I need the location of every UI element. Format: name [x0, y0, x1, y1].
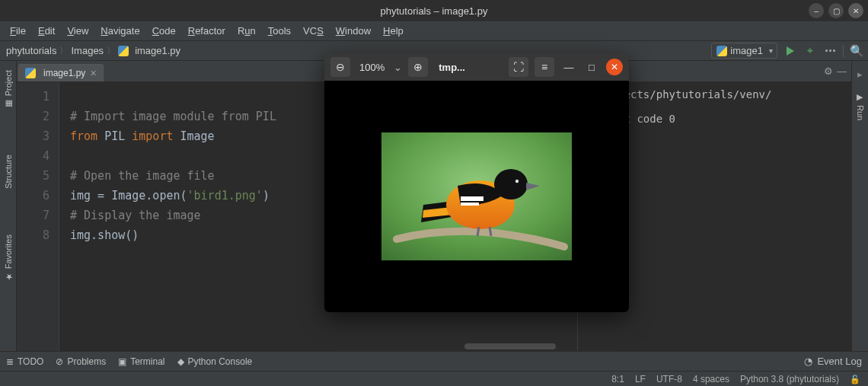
python-file-icon	[118, 46, 129, 56]
indent-setting[interactable]: 4 spaces	[693, 374, 729, 384]
python-interpreter[interactable]: Python 3.8 (phytutorials)	[740, 374, 839, 384]
favorites-tool-button[interactable]: ★Favorites	[3, 234, 13, 282]
menu-window[interactable]: Window	[330, 24, 376, 38]
menu-bar: File Edit View Navigate Code Refactor Ru…	[0, 21, 868, 41]
svg-rect-3	[461, 203, 479, 206]
minimize-button[interactable]: –	[809, 3, 824, 18]
menu-view[interactable]: View	[62, 24, 94, 38]
play-icon	[787, 46, 794, 56]
zoom-out-button[interactable]: ⊖	[330, 57, 350, 77]
viewer-canvas[interactable]	[324, 81, 629, 312]
zoom-level[interactable]: 100%	[356, 62, 388, 73]
menu-file[interactable]: File	[5, 24, 31, 38]
close-button[interactable]: ✕	[848, 3, 863, 18]
svg-point-4	[494, 169, 528, 199]
python-file-icon	[25, 68, 36, 78]
svg-rect-2	[461, 196, 483, 201]
zoom-in-button[interactable]: ⊕	[408, 57, 428, 77]
line-separator[interactable]: LF	[635, 374, 646, 384]
cursor-position[interactable]: 8:1	[611, 374, 624, 384]
menu-vcs[interactable]: VCS	[298, 24, 329, 38]
run-config-label: image1	[730, 45, 763, 56]
run-config-dropdown[interactable]: image1	[711, 43, 777, 59]
viewer-minimize-button[interactable]: —	[560, 59, 577, 75]
search-everywhere-button[interactable]: 🔍	[850, 44, 863, 58]
menu-edit[interactable]: Edit	[33, 24, 60, 38]
chevron-right-icon: 〉	[59, 45, 68, 56]
editor-tab-image1[interactable]: image1.py ✕	[18, 64, 104, 81]
file-encoding[interactable]: UTF-8	[656, 374, 682, 384]
svg-point-5	[515, 180, 519, 183]
menu-run[interactable]: Run	[232, 24, 261, 38]
project-tool-button[interactable]: ▦Project	[3, 70, 13, 109]
python-icon: ◆	[177, 356, 184, 367]
debug-button[interactable]: ⌖	[803, 44, 817, 58]
fit-icon: ⛶	[513, 61, 524, 73]
close-tab-icon[interactable]: ✕	[90, 69, 97, 78]
menu-navigate[interactable]: Navigate	[95, 24, 145, 38]
event-log-icon: ◔	[804, 356, 812, 367]
python-console-tool-button[interactable]: ◆Python Console	[177, 356, 253, 367]
lock-icon[interactable]	[850, 374, 860, 384]
problems-tool-button[interactable]: ⊘Problems	[56, 356, 106, 367]
menu-help[interactable]: Help	[378, 24, 409, 38]
bottom-toolbar: ≣TODO ⊘Problems ▣Terminal ◆Python Consol…	[0, 351, 868, 371]
window-titlebar: phytutorials – image1.py – ▢ ✕	[0, 0, 868, 21]
viewer-close-button[interactable]: ✕	[606, 59, 623, 75]
code-content[interactable]: # Import image module from PIL from PIL …	[59, 82, 276, 365]
tab-options-gear-icon[interactable]: ⚙	[824, 65, 833, 77]
terminal-tool-button[interactable]: ▣Terminal	[118, 356, 164, 367]
structure-tool-button[interactable]: Structure	[4, 155, 13, 189]
chevron-right-icon: 〉	[107, 45, 115, 56]
status-bar: 8:1 LF UTF-8 4 spaces Python 3.8 (phytut…	[0, 371, 868, 386]
python-icon	[716, 46, 727, 56]
menu-button[interactable]: ≡	[535, 57, 554, 77]
viewer-maximize-button[interactable]: □	[583, 59, 600, 75]
viewer-header[interactable]: ⊖ 100% ⌄ ⊕ tmp... ⛶ ≡ — □ ✕	[324, 53, 629, 81]
zoom-out-icon: ⊖	[336, 61, 345, 73]
left-tool-strip: ▦Project Structure ★Favorites	[0, 61, 17, 365]
run-button[interactable]	[783, 44, 797, 58]
fit-button[interactable]: ⛶	[509, 57, 528, 77]
event-log-button[interactable]: Event Log	[817, 356, 862, 367]
menu-tools[interactable]: Tools	[263, 24, 296, 38]
tab-hide-icon[interactable]: —	[837, 65, 847, 77]
crumb-project[interactable]: phytutorials	[6, 45, 56, 56]
crumb-folder[interactable]: Images	[71, 45, 104, 56]
horizontal-scrollbar[interactable]	[464, 343, 556, 349]
bird-image	[381, 132, 572, 260]
todo-tool-button[interactable]: ≣TODO	[6, 356, 43, 367]
menu-refactor[interactable]: Refactor	[183, 24, 231, 38]
menu-code[interactable]: Code	[147, 24, 181, 38]
window-title: phytutorials – image1.py	[381, 5, 488, 17]
terminal-icon: ▣	[118, 356, 126, 367]
separator	[843, 45, 844, 57]
more-run-button[interactable]	[823, 44, 837, 58]
warning-icon: ⊘	[56, 356, 63, 367]
chevron-down-icon[interactable]: ⌄	[394, 62, 402, 73]
run-tool-button[interactable]: ▶Run	[855, 92, 865, 120]
tab-filename: image1.py	[43, 68, 85, 78]
image-viewer-window[interactable]: ⊖ 100% ⌄ ⊕ tmp... ⛶ ≡ — □ ✕	[324, 53, 629, 312]
breadcrumb: phytutorials 〉 Images 〉 image1.py	[6, 45, 180, 56]
collapse-icon[interactable]: ▸	[857, 69, 863, 80]
list-icon: ≣	[6, 356, 14, 367]
zoom-in-icon: ⊕	[413, 61, 423, 73]
viewer-title: tmp...	[439, 62, 465, 73]
right-tool-strip: ▸ ▶Run	[851, 61, 868, 365]
hamburger-icon: ≡	[541, 61, 547, 73]
line-gutter: 1 2 3 4 5 6 7 8	[17, 82, 59, 365]
crumb-file[interactable]: image1.py	[135, 45, 180, 56]
maximize-button[interactable]: ▢	[828, 3, 844, 18]
